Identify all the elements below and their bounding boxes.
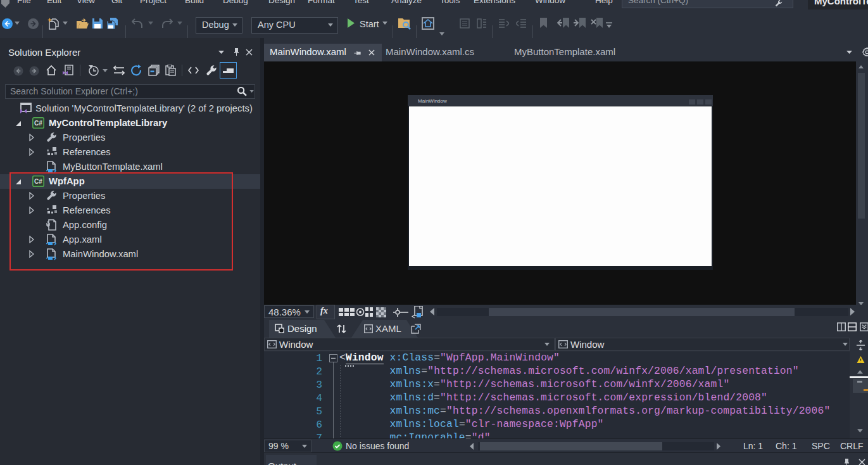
- svg-text:C#: C#: [34, 120, 42, 127]
